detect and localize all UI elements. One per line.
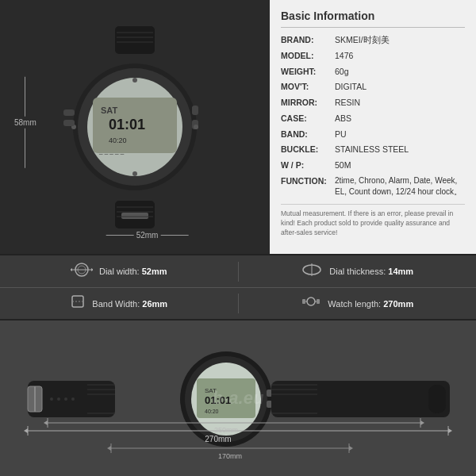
info-row-value: STAINLESS STEEL — [335, 144, 465, 156]
svg-marker-75 — [349, 446, 353, 451]
svg-text:_ _ _ _ _: _ _ _ _ _ — [98, 148, 125, 155]
svg-point-45 — [71, 397, 75, 401]
svg-text:40:20: 40:20 — [205, 409, 219, 414]
svg-text:170mm: 170mm — [218, 452, 242, 460]
watch-main-area: 58mm SAT — [0, 0, 270, 254]
band-width-text: Band Width: 26mm — [92, 299, 167, 309]
info-row-label: MIRROR: — [281, 97, 335, 109]
dial-thickness-text: Dial thickness: 14mm — [329, 267, 413, 276]
svg-marker-67 — [448, 428, 452, 433]
svg-point-15 — [194, 125, 198, 129]
svg-point-44 — [64, 397, 67, 401]
band-width-icon — [70, 294, 86, 313]
info-row: WEIGHT:60g — [281, 66, 465, 79]
function-value: 2time, Chrono, Alarm, Date, Week, EL, Co… — [335, 175, 465, 198]
svg-point-13 — [132, 171, 137, 176]
info-row: W / P:50M — [281, 159, 465, 172]
watch-svg: SAT 01:01 40:20 _ _ _ _ _ — [60, 26, 210, 228]
info-row-label: CASE: — [281, 113, 335, 125]
svg-rect-18 — [121, 213, 148, 219]
info-rows: BRAND:SKMEI/时刻美MODEL:1476WEIGHT:60gMOV'T… — [281, 34, 465, 172]
spec-dial-width: Dial width: 52mm — [0, 262, 239, 282]
svg-rect-36 — [317, 299, 320, 304]
info-row-value: ABS — [335, 113, 465, 125]
info-row-label: BRAND: — [281, 34, 335, 47]
spec-dial-thickness: Dial thickness: 14mm — [239, 262, 477, 282]
svg-point-43 — [57, 397, 60, 401]
info-row-label: BAND: — [281, 129, 335, 141]
dial-width-text: Dial width: 52mm — [99, 267, 167, 276]
info-row-value: 1476 — [335, 50, 465, 63]
info-row: CASE:ABS — [281, 113, 465, 125]
dial-thickness-icon — [301, 262, 323, 282]
svg-marker-29 — [91, 268, 93, 271]
dim-58mm-label: 58mm — [14, 77, 36, 168]
bottom-section: b-a.eu SAT 01:01 40:20 — [0, 321, 476, 476]
info-note: Mutual measurement. If there is an error… — [281, 204, 465, 238]
dial-width-icon — [71, 262, 93, 282]
info-row-value: PU — [335, 129, 465, 141]
svg-text:40:20: 40:20 — [109, 136, 127, 144]
svg-rect-59 — [271, 381, 450, 417]
info-row: MIRROR:RESIN — [281, 97, 465, 109]
spec-watch-length: Watch length: 270mm — [239, 294, 477, 313]
svg-marker-74 — [107, 446, 111, 451]
function-row: FUNCTION: 2time, Chrono, Alarm, Date, We… — [281, 175, 465, 198]
svg-rect-58 — [267, 401, 272, 408]
svg-point-34 — [307, 298, 315, 305]
svg-marker-70 — [44, 420, 48, 425]
svg-rect-35 — [302, 299, 305, 304]
svg-marker-71 — [420, 420, 424, 425]
svg-point-12 — [132, 78, 137, 83]
svg-text:270mm: 270mm — [205, 435, 231, 443]
specs-row-1: Dial width: 52mm Dial thickness: 14mm — [0, 255, 476, 287]
main-container: 58mm SAT — [0, 0, 476, 476]
watch-length-text: Watch length: 270mm — [328, 299, 413, 309]
info-row: BAND:PU — [281, 129, 465, 141]
svg-rect-57 — [267, 390, 272, 397]
svg-marker-66 — [24, 428, 28, 433]
specs-section: Dial width: 52mm Dial thickness: 14mm — [0, 255, 476, 319]
info-row: MOV'T:DIGITAL — [281, 81, 465, 94]
info-row: BUCKLE:STAINLESS STEEL — [281, 144, 465, 156]
info-row-value: 60g — [335, 66, 465, 79]
info-row-value: 50M — [335, 159, 465, 172]
dim-52mm-text: 52mm — [136, 231, 159, 240]
svg-marker-28 — [71, 268, 72, 271]
function-label: FUNCTION: — [281, 175, 335, 198]
svg-rect-0 — [115, 26, 155, 54]
info-row-value: RESIN — [335, 97, 465, 109]
watermark: b-a.eu — [213, 388, 264, 409]
info-row: BRAND:SKMEI/时刻美 — [281, 34, 465, 47]
top-section: 58mm SAT — [0, 0, 476, 254]
svg-text:SAT: SAT — [101, 106, 117, 115]
specs-row-2: Band Width: 26mm Watch length: 27 — [0, 287, 476, 319]
svg-point-42 — [50, 397, 53, 401]
svg-text:01:01: 01:01 — [109, 117, 145, 132]
svg-rect-4 — [192, 106, 198, 115]
info-panel: Basic Information BRAND:SKMEI/时刻美MODEL:1… — [270, 0, 476, 254]
svg-rect-17 — [63, 120, 75, 126]
info-row-value: DIGITAL — [335, 81, 465, 94]
info-row-label: MOV'T: — [281, 81, 335, 94]
info-row: MODEL:1476 — [281, 50, 465, 63]
info-row-label: MODEL: — [281, 50, 335, 63]
dim-52mm-label: 52mm — [106, 231, 189, 240]
info-row-label: BUCKLE: — [281, 144, 335, 156]
panel-title: Basic Information — [281, 10, 465, 28]
svg-text:250mm: 250mm — [214, 426, 238, 434]
watch-length-icon — [301, 294, 321, 313]
svg-rect-32 — [72, 296, 83, 307]
svg-rect-64 — [428, 385, 446, 413]
dim-58mm-text: 58mm — [14, 118, 36, 127]
info-row-value: SKMEI/时刻美 — [335, 34, 465, 47]
info-row-label: WEIGHT: — [281, 66, 335, 79]
spec-band-width: Band Width: 26mm — [0, 294, 239, 313]
info-row-label: W / P: — [281, 159, 335, 172]
svg-rect-16 — [63, 109, 75, 116]
